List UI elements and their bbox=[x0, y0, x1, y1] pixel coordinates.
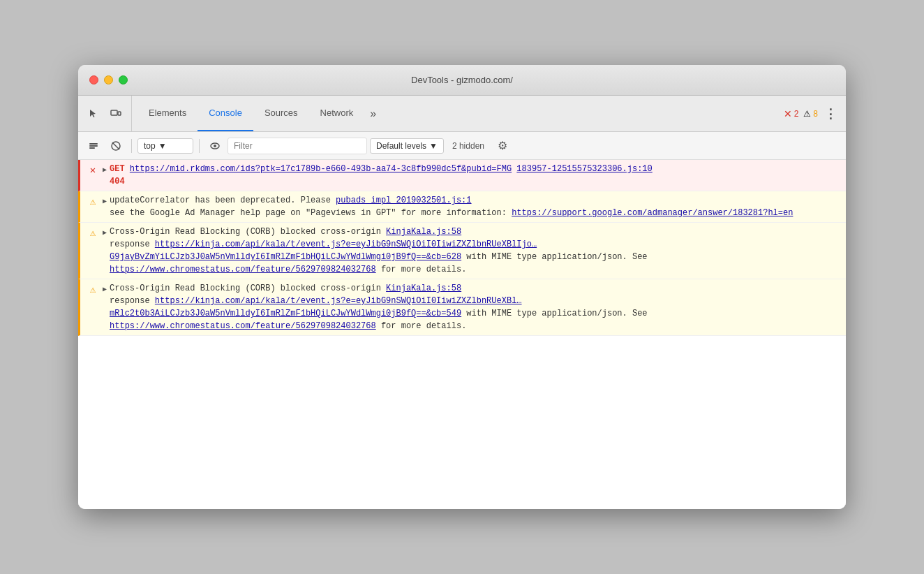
console-entry-warn-corb-2: ⚠ ▶ Cross-Origin Read Blocking (CORB) bl… bbox=[78, 279, 846, 336]
tab-elements[interactable]: Elements bbox=[137, 96, 198, 131]
warn-chromestatus-2[interactable]: https://www.chromestatus.com/feature/562… bbox=[110, 321, 376, 331]
warning-icon-3: ⚠ bbox=[86, 283, 100, 297]
warn-entry-content-3: Cross-Origin Read Blocking (CORB) blocke… bbox=[110, 282, 840, 332]
error-status-404: 404 bbox=[110, 177, 125, 186]
eye-icon-button[interactable] bbox=[205, 136, 225, 156]
devtools-container: Elements Console Sources Network » ✕ 2 ⚠… bbox=[78, 96, 846, 509]
svg-rect-3 bbox=[89, 145, 98, 147]
entry-expand-arrow[interactable]: ▶ bbox=[103, 165, 107, 175]
warning-icon-2: ⚠ bbox=[86, 226, 100, 240]
warn-corb-text-1: Cross-Origin Read Blocking (CORB) blocke… bbox=[110, 227, 381, 237]
hidden-count: 2 hidden bbox=[447, 141, 490, 151]
warn-corb-text-2: response bbox=[110, 240, 150, 249]
warn-triangle-icon: ⚠ bbox=[803, 109, 811, 119]
warn-corb2-text-3: with MIME type application/json. See bbox=[466, 309, 647, 318]
warn-entry-content-1: updateCorrelator has been deprecated. Pl… bbox=[110, 194, 840, 219]
console-toolbar: top ▼ Default levels ▼ 2 hidden ⚙ bbox=[78, 132, 846, 160]
error-url[interactable]: https://mid.rkdms.com/ids?ptk=17c1789b-e… bbox=[130, 164, 512, 174]
traffic-lights bbox=[89, 75, 128, 84]
error-circle-icon: ✕ bbox=[784, 108, 792, 119]
tab-sources[interactable]: Sources bbox=[253, 96, 309, 131]
warning-icon-1: ⚠ bbox=[86, 195, 100, 209]
warn-corb2-text-2: response bbox=[110, 296, 150, 306]
close-button[interactable] bbox=[89, 75, 98, 84]
warn-corb-text-4: for more details. bbox=[381, 265, 466, 274]
svg-rect-0 bbox=[111, 110, 117, 115]
filter-input[interactable] bbox=[228, 138, 367, 154]
stop-button[interactable] bbox=[106, 136, 126, 156]
warn-corb-text-3: with MIME type application/json. See bbox=[466, 252, 647, 262]
context-selector[interactable]: top ▼ bbox=[137, 138, 193, 154]
console-content: ✕ ▶ GET https://mid.rkdms.com/ids?ptk=17… bbox=[78, 160, 846, 509]
settings-more-button[interactable]: ⋮ bbox=[821, 104, 840, 124]
warn-entry-content-2: Cross-Origin Read Blocking (CORB) blocke… bbox=[110, 226, 840, 276]
settings-gear-button[interactable]: ⚙ bbox=[493, 136, 512, 156]
svg-rect-4 bbox=[89, 147, 95, 149]
error-count: 2 bbox=[794, 109, 799, 119]
toolbar-separator-2 bbox=[199, 139, 200, 153]
tab-bar: Elements Console Sources Network » ✕ 2 ⚠… bbox=[78, 96, 846, 132]
warn-url-1[interactable]: https://support.google.com/admanager/ans… bbox=[512, 208, 793, 218]
console-entry-error-get: ✕ ▶ GET https://mid.rkdms.com/ids?ptk=17… bbox=[78, 160, 846, 191]
http-method: GET bbox=[110, 164, 125, 174]
svg-rect-1 bbox=[118, 112, 121, 115]
devtools-window: DevTools - gizmodo.com/ bbox=[78, 65, 846, 509]
console-entry-warn-corb-1: ⚠ ▶ Cross-Origin Read Blocking (CORB) bl… bbox=[78, 223, 846, 279]
level-selector[interactable]: Default levels ▼ bbox=[370, 138, 444, 154]
tab-network[interactable]: Network bbox=[309, 96, 365, 131]
more-tabs-button[interactable]: » bbox=[364, 96, 382, 131]
svg-rect-2 bbox=[89, 143, 98, 145]
warn-chromestatus-1[interactable]: https://www.chromestatus.com/feature/562… bbox=[110, 265, 376, 274]
svg-line-6 bbox=[112, 142, 119, 149]
minimize-button[interactable] bbox=[104, 75, 113, 84]
console-entry-warn-correlator: ⚠ ▶ updateCorrelator has been deprecated… bbox=[78, 191, 846, 223]
entry-expand-arrow-3[interactable]: ▶ bbox=[103, 228, 107, 238]
entry-expand-arrow-4[interactable]: ▶ bbox=[103, 284, 107, 295]
window-title: DevTools - gizmodo.com/ bbox=[411, 75, 513, 85]
svg-point-8 bbox=[214, 145, 216, 147]
warn-text-1: updateCorrelator has been deprecated. Pl… bbox=[110, 196, 331, 205]
error-badge: ✕ 2 ⚠ 8 bbox=[784, 108, 818, 119]
error-entry-content: GET https://mid.rkdms.com/ids?ptk=17c178… bbox=[110, 163, 840, 188]
title-bar: DevTools - gizmodo.com/ bbox=[78, 65, 846, 96]
tab-bar-icons bbox=[84, 96, 132, 131]
warn-corb2-text-4: for more details. bbox=[381, 321, 466, 331]
warn-corb-url-2[interactable]: https://kinja.com/api/kala/t/event.js?e=… bbox=[110, 296, 522, 318]
warn-corb2-text-1: Cross-Origin Read Blocking (CORB) blocke… bbox=[110, 284, 381, 293]
error-source[interactable]: 183957-12515575323306.js:10 bbox=[516, 164, 652, 174]
maximize-button[interactable] bbox=[119, 75, 128, 84]
entry-expand-arrow-2[interactable]: ▶ bbox=[103, 196, 107, 207]
tab-console[interactable]: Console bbox=[198, 96, 253, 131]
device-icon[interactable] bbox=[106, 104, 126, 124]
cursor-icon[interactable] bbox=[84, 104, 103, 124]
warn-source-3[interactable]: KinjaKala.js:58 bbox=[386, 284, 461, 293]
warn-source-2[interactable]: KinjaKala.js:58 bbox=[386, 227, 461, 237]
toolbar-separator-1 bbox=[131, 139, 132, 153]
warn-text-2: see the Google Ad Manager help page on "… bbox=[110, 208, 507, 218]
clear-console-button[interactable] bbox=[84, 136, 103, 156]
warn-count: 8 bbox=[813, 109, 818, 119]
warn-source-1[interactable]: pubads_impl_2019032501.js:1 bbox=[336, 196, 471, 205]
tab-bar-right: ✕ 2 ⚠ 8 ⋮ bbox=[784, 96, 846, 131]
error-icon: ✕ bbox=[86, 163, 100, 177]
